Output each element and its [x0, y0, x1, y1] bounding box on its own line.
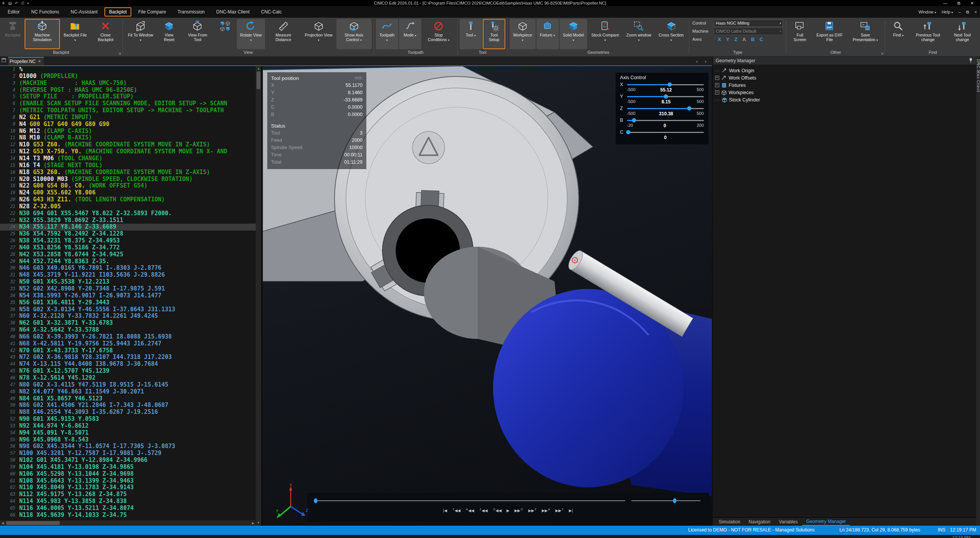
tab-propeller-nc[interactable]: Propeller.NC × — [8, 57, 44, 65]
minimize-button[interactable]: — — [943, 1, 947, 6]
code-line[interactable]: 49N84 G01 X5.8657 Y46.5123 — [0, 395, 256, 402]
code-line[interactable]: 63N112 X45.9175 Y-13.268 Z-34.875 — [0, 491, 256, 498]
code-line[interactable]: 64N114 X45.983 Y-13.3858 Z-34.838 — [0, 498, 256, 505]
axis-slider-track[interactable] — [627, 120, 704, 121]
ribbon-button-cross-section[interactable]: Cross Section ▾ — [655, 19, 687, 49]
ribbon-button-stock-compare[interactable]: Stock Compare ▾ — [588, 19, 622, 49]
ribbon-button-fixture[interactable]: Fixture ▾ — [536, 19, 559, 49]
scroll-right-icon[interactable]: ▶ — [250, 521, 256, 525]
menu-item-nc-assistant[interactable]: NC-Assistant — [66, 7, 102, 17]
dialog-launcher-icon[interactable]: ⇲ — [881, 51, 884, 55]
menu-item-nc-functions[interactable]: NC Functions — [26, 7, 64, 17]
code-line[interactable]: 42N70 G01 X-43.3733 Y-17.6758 — [0, 347, 256, 354]
scroll-down-icon[interactable]: ▼ — [257, 520, 260, 526]
ribbon-button-next-tool-change[interactable]: Next Tool change — [946, 19, 978, 49]
axis-slider-track[interactable] — [627, 108, 704, 109]
code-line[interactable]: 54N94 X45.091 Y-8.5071 — [0, 430, 256, 437]
code-line[interactable]: 26N38 X54.3231 Y8.375 Z-34.4953 — [0, 237, 256, 244]
code-line[interactable]: 14N14 T3 M06 (TOOL CHANGE) — [0, 155, 256, 162]
doc-minimize-button[interactable]: – — [958, 10, 961, 14]
playback-skip-end-button[interactable]: ▶| — [569, 508, 573, 513]
code-line[interactable]: 60N106 X45.5298 Y-13.1044 Z-34.9698 — [0, 471, 256, 478]
axis-slider-track[interactable] — [627, 96, 704, 97]
menu-item-file-compare[interactable]: File Compare — [134, 7, 171, 17]
code-line[interactable]: 9N4 G00 G17 G40 G49 G80 G90 — [0, 121, 256, 128]
code-line[interactable]: 47N80 G02 X-3.4115 Y47.5119 I8.9515 J-15… — [0, 382, 256, 389]
hscroll-thumb[interactable] — [6, 521, 60, 525]
code-line[interactable]: 48N82 X4.077 Y46.863 I1.1549 J-30.2071 — [0, 389, 256, 395]
dock-tab-dnc-max-client[interactable]: DNC-Max Client — [976, 59, 980, 92]
tree-item-work-offsets[interactable]: +Work Offsets — [715, 74, 976, 81]
menu-help[interactable]: Help ▾ — [942, 10, 953, 14]
doc-restore-button[interactable]: ⧉ — [966, 10, 969, 15]
code-line[interactable]: 32N50 G01 X45.3538 Y-12.2213 — [0, 279, 256, 286]
scroll-up-icon[interactable]: ▲ — [257, 66, 260, 71]
code-line[interactable]: 35N56 G01 X36.4811 Y-29.3443 — [0, 299, 256, 306]
tree-item-stock-cylinder[interactable]: Stock Cylinder — [715, 96, 976, 103]
tab-scroll-left-icon[interactable]: ‹ — [696, 58, 698, 64]
ribbon-button-previous-tool-change[interactable]: Previous Tool change — [910, 19, 945, 49]
axis-slider-thumb[interactable] — [632, 118, 636, 123]
editor-vertical-scrollbar[interactable]: ▲ ▼ — [256, 66, 261, 526]
axis-slider-track[interactable] — [627, 132, 704, 133]
code-line[interactable]: 59N104 X45.4181 Y-13.0198 Z-34.9865 — [0, 464, 256, 471]
playback-prev-move-button[interactable]: O◀◀ — [493, 508, 502, 513]
code-line[interactable]: 44N74 X-13.115 Y44.8408 I38.9678 J-30.76… — [0, 361, 256, 368]
tree-item-work-origin[interactable]: Work Origin — [715, 67, 976, 74]
code-line[interactable]: 8N2 G21 (METRIC INPUT) — [0, 114, 256, 121]
scroll-left-icon[interactable]: ◀ — [0, 521, 5, 525]
save-icon[interactable]: ▤ — [8, 1, 12, 5]
axis-letter-y[interactable]: Y — [726, 37, 730, 42]
code-line[interactable]: 19N24 G00 X55.602 Y8.006 — [0, 189, 256, 196]
code-line[interactable]: 41N68 X-42.5811 Y-19.9756 I25.9443 J16.2… — [0, 340, 256, 347]
ribbon-button-export-as-dxf-file[interactable]: DXFExport as DXF File — [812, 19, 847, 49]
code-line[interactable]: 65N116 X46.0005 Y-13.5211 Z-34.8074 — [0, 505, 256, 512]
dialog-launcher-icon[interactable]: ⇲ — [118, 51, 121, 55]
menu-item-cnc-calc[interactable]: CNC-Calc — [257, 7, 286, 17]
code-line[interactable]: 7(METRIC TOOLPATH UNITS, EDITOR SETUP ->… — [0, 107, 256, 114]
ribbon-button-measure-distance[interactable]: Measure Distance — [266, 19, 301, 49]
code-line[interactable]: 22N30 G94 G01 X55.5467 Y8.022 Z-32.5893 … — [0, 210, 256, 217]
pin-icon[interactable] — [968, 58, 973, 64]
ribbon-button-full-screen[interactable]: Full Screen — [788, 19, 811, 49]
playback-prev-arc-button[interactable]: A◀◀ — [465, 508, 474, 513]
playback-next-toolchange-button[interactable]: ▶▶T — [555, 508, 564, 513]
backplot-3d-viewport[interactable]: Tool positionmm X55.1170Y8.1460Z-33.6689… — [263, 66, 712, 526]
code-line[interactable]: 29N44 X52.7244 Y8.8363 Z-35. — [0, 258, 256, 265]
code-line[interactable]: 30N46 G03 X49.0165 Y6.7891 I-.8303 J-2.8… — [0, 265, 256, 272]
current-line[interactable]: 24N34 X55.117 Y8.146 Z-33.6689 — [0, 224, 256, 231]
code-line[interactable]: 45N76 G01 X-12.5707 Y45.1239 — [0, 368, 256, 375]
qat-dropdown-icon[interactable]: ▾ — [27, 2, 29, 5]
restore-button[interactable]: ⧉ — [957, 1, 960, 6]
tree-item-workpieces[interactable]: +Workpieces — [715, 89, 976, 96]
speed-slider[interactable] — [631, 500, 700, 501]
ribbon-button-view-from-tool[interactable]: View From Tool — [182, 19, 213, 49]
ribbon-button-stop-conditions[interactable]: Stop Conditions ▾ — [422, 19, 455, 49]
code-line[interactable]: 11N8 M10 (CLAMP B-AXIS) — [0, 134, 256, 141]
code-line[interactable]: 10N6 M12 (CLAMP C-AXIS) — [0, 128, 256, 135]
ribbon-button-find[interactable]: Find ▾ — [887, 19, 909, 49]
playback-prev-z-button[interactable]: Z◀◀ — [479, 508, 488, 513]
speed-slider-thumb[interactable] — [673, 498, 676, 503]
code-line[interactable]: 33N52 G02 X42.8908 Y-20.7348 I-17.9875 J… — [0, 286, 256, 292]
editor-horizontal-scrollbar[interactable]: ◀ ▶ — [0, 520, 256, 526]
code-line[interactable]: 55N96 X45.0968 Y-8.543 — [0, 437, 256, 443]
playback-skip-start-button[interactable]: |◀ — [443, 508, 447, 513]
axis-slider-thumb[interactable] — [626, 130, 630, 134]
playback-next-arc-button[interactable]: ▶▶A — [542, 508, 550, 513]
ribbon-button-view-reset[interactable]: View Reset — [157, 19, 181, 49]
code-line[interactable]: 2O1000 (PROPELLER) — [0, 73, 256, 80]
code-line[interactable]: 58N102 G01 X45.3471 Y-12.8984 Z-34.9966 — [0, 457, 256, 464]
expand-icon[interactable]: + — [715, 83, 719, 87]
axis-letter-c[interactable]: C — [760, 37, 763, 42]
code-line[interactable]: 43N72 G02 X-36.9818 Y28.3107 I44.7318 J1… — [0, 354, 256, 361]
nc-code-editor[interactable]: 1%2O1000 (PROPELLER)3(MACHINE : HAAS UMC… — [0, 66, 256, 526]
tab-scroll-right-icon[interactable]: › — [705, 58, 706, 64]
code-line[interactable]: 1% — [0, 66, 256, 73]
code-line[interactable]: 53N92 X44.974 Y-6.8612 — [0, 423, 256, 430]
code-line[interactable]: 25N36 X54.7592 Y8.2492 Z-34.1228 — [0, 231, 256, 237]
code-line[interactable]: 37N60 X-32.2128 Y-33.7832 I4.2261 J49.42… — [0, 313, 256, 320]
axis-letter-x[interactable]: X — [718, 37, 721, 42]
code-line[interactable]: 50N86 G02 X41.4506 Y21.2846 I-7.343 J-48… — [0, 402, 256, 409]
code-line[interactable]: 36N58 G02 X-3.0134 Y-46.5556 I-37.0643 J… — [0, 306, 256, 313]
